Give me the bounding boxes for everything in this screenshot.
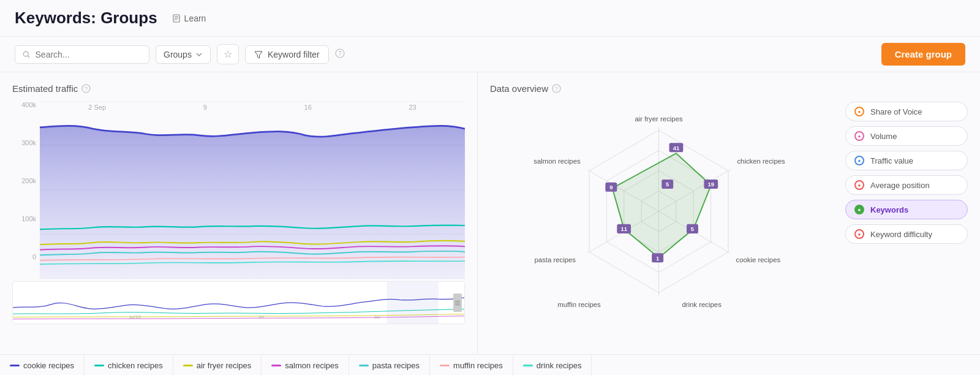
traffic-value-label: Traffic value <box>870 156 913 165</box>
filter-icon <box>254 50 263 59</box>
legend-traffic-value[interactable]: ● Traffic value <box>845 151 968 170</box>
keyword-filter-label: Keyword filter <box>268 50 320 59</box>
y-label-100k: 100k <box>12 215 40 222</box>
y-label-200k: 200k <box>12 177 40 184</box>
groups-dropdown[interactable]: Groups <box>156 45 211 64</box>
learn-label: Learn <box>184 13 206 23</box>
book-icon <box>172 14 181 23</box>
svg-text:41: 41 <box>673 145 680 151</box>
svg-text:11: 11 <box>620 225 627 232</box>
legend-item-salmon-recipes[interactable]: salmon recipes <box>262 355 349 375</box>
avg-position-icon: ● <box>854 180 864 190</box>
svg-text:Jul: Jul <box>258 314 264 320</box>
search-icon <box>23 50 31 59</box>
radar-section: Data overview ? <box>490 83 839 343</box>
legend-item-cookie-recipes[interactable]: cookie recipes <box>0 355 85 375</box>
volume-label: Volume <box>870 132 897 141</box>
legend-right: ● Share of Voice ● Volume ● Traffic valu… <box>845 83 968 343</box>
chicken-recipes-dot <box>94 365 104 366</box>
filter-help-icon[interactable]: ? <box>335 48 345 60</box>
cookie-recipes-dot <box>10 365 20 366</box>
traffic-help-icon[interactable]: ? <box>81 84 91 93</box>
svg-text:5: 5 <box>691 225 694 232</box>
radar-chart: 41 19 5 1 11 <box>524 101 805 322</box>
svg-text:air fryer recipes: air fryer recipes <box>635 115 683 123</box>
create-group-button[interactable]: Create group <box>881 43 965 66</box>
y-axis: 0 100k 200k 300k 400k <box>12 101 40 260</box>
star-button[interactable]: ☆ <box>217 44 239 64</box>
svg-text:drink recipes: drink recipes <box>682 301 722 308</box>
legend-average-position[interactable]: ● Average position <box>845 175 968 195</box>
svg-text:muffin recipes: muffin recipes <box>557 301 601 308</box>
mini-chart[interactable]: Jul'23 Jul Jul <box>12 281 465 324</box>
svg-text:5: 5 <box>666 181 669 188</box>
svg-line-5 <box>28 56 29 58</box>
main-content: Estimated traffic ? 0 100k 200k 300k 400… <box>0 72 980 354</box>
search-box[interactable] <box>15 45 149 64</box>
star-icon: ☆ <box>224 49 232 59</box>
legend-bar: cookie recipes chicken recipes air fryer… <box>0 354 980 375</box>
main-chart-svg <box>40 101 465 279</box>
learn-button[interactable]: Learn <box>167 11 211 26</box>
salmon-recipes-label: salmon recipes <box>285 361 338 370</box>
data-overview-title: Data overview ? <box>490 83 839 94</box>
legend-item-muffin-recipes[interactable]: muffin recipes <box>430 355 513 375</box>
page-title: Keywords: Groups <box>15 9 157 28</box>
question-circle-icon: ? <box>335 48 345 58</box>
overview-help-icon[interactable]: ? <box>552 84 561 93</box>
legend-item-air-fryer-recipes[interactable]: air fryer recipes <box>173 355 262 375</box>
radar-svg: 41 19 5 1 11 <box>524 101 805 322</box>
traffic-panel-title: Estimated traffic ? <box>12 83 465 94</box>
pasta-recipes-dot <box>359 365 369 366</box>
drink-recipes-label: drink recipes <box>537 361 582 370</box>
air-fryer-recipes-dot <box>183 365 193 366</box>
keyword-difficulty-icon: ● <box>854 229 864 239</box>
header: Keywords: Groups Learn <box>0 0 980 37</box>
cookie-recipes-label: cookie recipes <box>23 361 74 370</box>
y-label-300k: 300k <box>12 139 40 146</box>
chicken-recipes-label: chicken recipes <box>108 361 163 370</box>
legend-item-drink-recipes[interactable]: drink recipes <box>513 355 592 375</box>
keywords-icon: ● <box>854 205 864 214</box>
mini-chart-svg: Jul'23 Jul Jul <box>13 282 464 324</box>
drink-recipes-dot <box>523 365 533 366</box>
mini-scroll-handle[interactable] <box>453 294 462 312</box>
legend-keyword-difficulty[interactable]: ● Keyword difficulty <box>845 224 968 244</box>
legend-item-pasta-recipes[interactable]: pasta recipes <box>349 355 430 375</box>
traffic-value-icon: ● <box>854 156 864 165</box>
pasta-recipes-label: pasta recipes <box>372 361 420 370</box>
search-input[interactable] <box>36 50 141 59</box>
svg-text:?: ? <box>338 50 342 57</box>
svg-text:Jul'23: Jul'23 <box>129 314 141 320</box>
share-of-voice-icon: ● <box>854 107 864 116</box>
legend-keywords[interactable]: ● Keywords <box>845 200 968 219</box>
keyword-filter-button[interactable]: Keyword filter <box>245 45 329 64</box>
svg-text:19: 19 <box>708 181 715 188</box>
volume-icon: ● <box>854 131 864 141</box>
svg-marker-6 <box>255 51 262 58</box>
legend-item-chicken-recipes[interactable]: chicken recipes <box>85 355 173 375</box>
legend-share-of-voice[interactable]: ● Share of Voice <box>845 102 968 121</box>
legend-volume[interactable]: ● Volume <box>845 126 968 146</box>
svg-point-4 <box>23 51 28 56</box>
svg-text:chicken recipes: chicken recipes <box>737 157 785 165</box>
svg-text:?: ? <box>85 86 88 92</box>
data-overview-panel: Data overview ? <box>478 72 980 354</box>
air-fryer-recipes-label: air fryer recipes <box>197 361 252 370</box>
y-label-0: 0 <box>12 253 40 260</box>
average-position-label: Average position <box>870 181 930 190</box>
svg-text:?: ? <box>555 86 558 92</box>
svg-text:Jul: Jul <box>374 314 380 320</box>
salmon-recipes-dot <box>271 365 281 366</box>
traffic-chart: 0 100k 200k 300k 400k <box>12 101 465 279</box>
muffin-recipes-label: muffin recipes <box>453 361 503 370</box>
traffic-panel: Estimated traffic ? 0 100k 200k 300k 400… <box>0 72 478 354</box>
svg-text:cookie recipes: cookie recipes <box>736 256 781 263</box>
chevron-down-icon <box>195 51 203 58</box>
muffin-recipes-dot <box>440 365 450 366</box>
svg-text:pasta recipes: pasta recipes <box>534 256 576 263</box>
svg-text:1: 1 <box>656 255 659 262</box>
share-of-voice-label: Share of Voice <box>870 107 922 116</box>
chart-area <box>40 101 465 279</box>
toolbar: Groups ☆ Keyword filter ? Create group <box>0 37 980 72</box>
